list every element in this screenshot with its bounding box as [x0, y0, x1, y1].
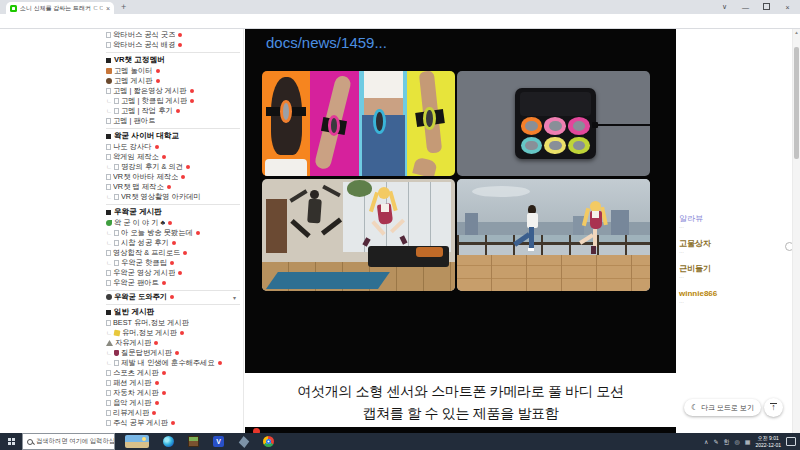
sidebar-board-item[interactable]: ㄴ유머,정보 게시판 — [106, 328, 240, 338]
sidebar-board-item[interactable]: 왁타버스 공식 굿즈 — [106, 30, 240, 40]
tree-branch-icon: ㄴ — [106, 349, 112, 358]
sidebar-board-item[interactable]: VR챗 맵 제작소 — [106, 182, 240, 192]
sidebar-board-item[interactable]: 고멤 게시판 — [106, 76, 240, 86]
face-icon — [106, 78, 112, 84]
caption-line-1: 여섯개의 소형 센서와 스마트폰 카메라로 풀 바디 모션 — [245, 380, 676, 402]
woman-shirt — [527, 213, 538, 228]
tray-date: 2022-12-01 — [755, 442, 781, 449]
browser-tab[interactable]: 소니 신체를 감싸는 트래커 ㄷㄷ × — [6, 2, 114, 14]
board-icon — [114, 230, 119, 236]
new-tab-button[interactable]: + — [121, 2, 126, 12]
minimize-button[interactable]: — — [735, 4, 756, 11]
scrollbar-up-arrow[interactable]: ▲ — [793, 29, 800, 37]
weather-widget-icon[interactable] — [125, 435, 149, 448]
sidebar-board-item[interactable]: 리뷰게시판 — [106, 408, 240, 418]
board-label: 유머,정보 게시판 — [122, 328, 177, 338]
docs-link[interactable]: docs/news/1459... — [266, 34, 387, 51]
sidebar-board-item[interactable]: ㄴ제발 내 인생에 훈수해주세요 — [106, 358, 240, 368]
scroll-to-top-button[interactable]: ↑ — [764, 398, 783, 417]
sidebar-board-item[interactable]: 영상합작 & 프리로드 — [106, 248, 240, 258]
edge-icon[interactable] — [163, 436, 174, 447]
board-icon — [106, 42, 111, 48]
sidebar-board-item[interactable]: ㄴ아 오늘 방송 못봤는데 — [106, 228, 240, 238]
section-square-icon — [106, 310, 111, 315]
commenter-name[interactable]: 근비들기 — [679, 264, 789, 273]
commenter-name[interactable]: 고물상자 — [679, 239, 789, 248]
viewer3d-icon[interactable] — [238, 436, 249, 447]
new-post-badge — [190, 89, 194, 93]
sidebar-board-item[interactable]: ㄴ고멤 | 작업 후기 — [106, 106, 240, 116]
sidebar-board-item[interactable]: BEST 유머,정보 게시판 — [106, 318, 240, 328]
tab-close-icon[interactable]: × — [106, 5, 110, 12]
sidebar-board-item[interactable]: ㄴ질문답변게시판 — [106, 348, 240, 358]
sidebar-board-item[interactable]: 패션 게시판 — [106, 378, 240, 388]
sidebar-board-item[interactable]: 고멤 | 팬아트 — [106, 116, 240, 126]
maximize-button[interactable] — [756, 3, 777, 11]
caption-line-2: 캡쳐를 할 수 있는 제품을 발표함 — [245, 402, 676, 424]
sidebar-board-item[interactable]: 우왁굳 영상 게시판 — [106, 268, 240, 278]
sidebar-board-item[interactable]: ㄴ우왁굳 핫클립 — [106, 258, 240, 268]
photo-outdoor-motion-demo[interactable] — [457, 179, 650, 291]
taskbar-search[interactable]: 검색하려면 여기에 입력하십시오 — [22, 433, 115, 450]
scrollbar-thumb[interactable] — [794, 47, 799, 159]
tree-branch-icon: ㄴ — [106, 229, 112, 238]
tree-branch-icon: ㄴ — [106, 259, 112, 268]
photo-room-motion-demo[interactable] — [262, 179, 455, 291]
sensor-puck — [568, 117, 590, 135]
sidebar-board-item[interactable]: 왁타버스 공식 배경 — [106, 40, 240, 50]
sidebar-board-item[interactable]: 나도 강사다 — [106, 142, 240, 152]
chrome-icon[interactable] — [263, 436, 274, 447]
taskbar-clock[interactable]: 오전 9:01 2022-12-01 — [755, 435, 781, 448]
sidebar-board-item[interactable]: ㄴVR챗 영상촬영 아카데미 — [106, 192, 240, 202]
sidebar-board-item[interactable]: 우왁굳 팬아트 — [106, 278, 240, 288]
sidebar-board-item[interactable]: 우왁굳 도와주기▾ — [106, 292, 240, 302]
hidden-icons-chevron[interactable]: ∧ — [704, 439, 708, 445]
tray-grid-icon[interactable]: ▦ — [745, 439, 751, 445]
cafe-favicon-icon — [10, 5, 17, 12]
page-scrollbar[interactable]: ▲ — [792, 29, 800, 433]
tray-circle-icon[interactable]: ◎ — [735, 439, 740, 445]
board-label: 왁타버스 공식 굿즈 — [113, 30, 175, 40]
v-app-icon[interactable]: V — [213, 436, 224, 447]
commenter-name[interactable]: 알라뷰 — [679, 214, 789, 223]
sidebar-board-item[interactable]: 왁게임 제작소 — [106, 152, 240, 162]
sensor-puck — [544, 137, 566, 155]
close-window-button[interactable]: × — [777, 4, 798, 11]
board-icon — [106, 400, 111, 406]
dropdown-caret-icon[interactable]: ▾ — [233, 294, 236, 301]
sidebar-board-item[interactable]: 주식 공부 게시판 — [106, 418, 240, 428]
cloud — [472, 186, 530, 197]
photo-sensor-case[interactable] — [457, 71, 650, 176]
photo-sensor-wearing-collage[interactable] — [262, 71, 455, 176]
sidebar-section-header: VR챗 고정멤버 — [106, 54, 240, 66]
sidebar-board-item[interactable]: 왁 굳 이 야 기 ♣ — [106, 218, 240, 228]
new-post-badge — [170, 261, 174, 265]
sidebar-board-item[interactable]: 음악 게시판 — [106, 398, 240, 408]
new-post-badge — [162, 155, 166, 159]
pen-tray-icon[interactable]: ✎ — [713, 439, 718, 445]
sidebar-board-item[interactable]: ㄴ시참 성공 후기 — [106, 238, 240, 248]
new-post-badge — [172, 241, 176, 245]
comment-meta: … — [679, 298, 789, 304]
sidebar-board-item[interactable]: ㄴ명강의 후기 & 의견 — [106, 162, 240, 172]
sidebar-board-item[interactable]: 고멤 | 짧은영상 게시판 — [106, 86, 240, 96]
ime-korean-icon[interactable]: 한 — [724, 439, 730, 445]
tab-search-icon[interactable]: ∨ — [714, 3, 735, 11]
sidebar-board-item[interactable]: 스포츠 게시판 — [106, 368, 240, 378]
start-button[interactable] — [0, 438, 22, 445]
sidebar-separator — [106, 128, 240, 129]
board-icon — [106, 320, 111, 326]
tree-branch-icon: ㄴ — [106, 107, 112, 116]
man-body — [307, 199, 322, 224]
sidebar-separator — [106, 204, 240, 205]
clover-icon — [106, 220, 112, 226]
commenter-name[interactable]: winnie866 — [679, 289, 789, 298]
sidebar-board-item[interactable]: 자동차 게시판 — [106, 388, 240, 398]
sidebar-board-item[interactable]: ㄴ고멤 | 핫클립 게시판 — [106, 96, 240, 106]
sidebar-board-item[interactable]: VR챗 아바타 제작소 — [106, 172, 240, 182]
action-center-icon[interactable] — [786, 437, 796, 446]
sidebar-board-item[interactable]: 고멤 놀이터 — [106, 66, 240, 76]
sidebar-board-item[interactable]: 자유게시판 — [106, 338, 240, 348]
dark-mode-button[interactable]: ☾ 다크 모드로 보기 — [684, 399, 761, 416]
minecraft-icon[interactable] — [188, 436, 199, 447]
